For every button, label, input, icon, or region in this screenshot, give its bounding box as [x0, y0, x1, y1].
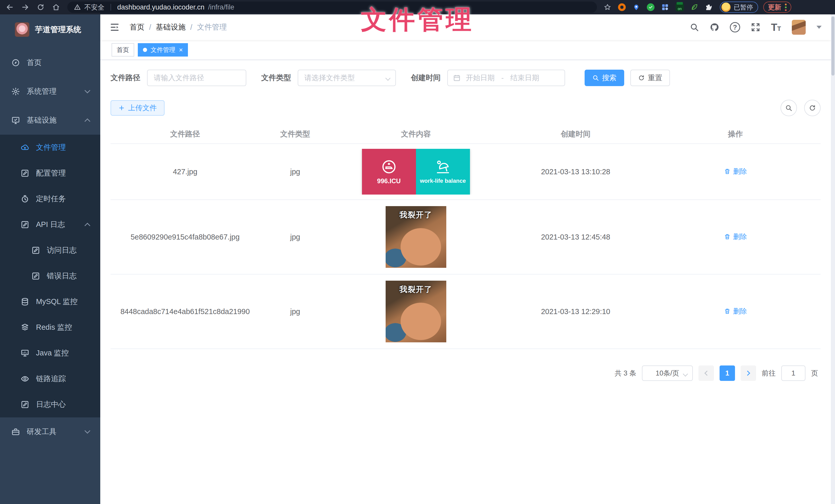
avatar-caret-down-icon[interactable] — [816, 26, 822, 29]
app-logo-row[interactable]: 芋道管理系统 — [0, 14, 100, 40]
breadcrumb-current: 文件管理 — [197, 22, 227, 33]
sidebar-item-error-logs[interactable]: 错误日志 — [0, 263, 100, 289]
top-navbar: 首页 / 基础设施 / 文件管理 ? TT — [100, 14, 831, 40]
log-icon — [21, 400, 29, 409]
refresh-table-button[interactable] — [804, 100, 821, 116]
bookmark-star-icon[interactable] — [604, 3, 611, 11]
scrollbar-thumb[interactable] — [831, 17, 834, 76]
next-page-button[interactable] — [741, 365, 756, 381]
goto-page-input[interactable] — [781, 365, 806, 381]
column-header-actions: 操作 — [650, 129, 821, 139]
sidebar-item-file-management[interactable]: 文件管理 — [0, 135, 100, 160]
sidebar-item-mysql-monitor[interactable]: MySQL 监控 — [0, 289, 100, 315]
header-search-icon[interactable] — [690, 23, 699, 32]
sidebar-item-api-logs[interactable]: API 日志 — [0, 212, 100, 237]
log-icon — [32, 272, 40, 280]
url-path: /infra/file — [208, 3, 234, 11]
prev-page-button[interactable] — [698, 365, 714, 381]
extension-switch-icon[interactable]: on — [676, 3, 684, 11]
fullscreen-icon[interactable] — [751, 23, 760, 32]
extensions-puzzle-icon[interactable] — [705, 3, 713, 11]
extension-gear-icon[interactable] — [618, 3, 626, 11]
sidebar-item-system-management[interactable]: 系统管理 — [0, 77, 100, 106]
browser-scrollbar[interactable] — [831, 14, 835, 504]
close-icon[interactable]: × — [179, 46, 183, 53]
cell-file-path: 427.jpg — [110, 168, 260, 176]
file-path-input[interactable] — [147, 70, 246, 86]
date-range-picker[interactable]: 开始日期 - 结束日期 — [447, 70, 565, 86]
breadcrumb: 首页 / 基础设施 / 文件管理 — [129, 22, 227, 33]
sidebar-item-infrastructure[interactable]: 基础设施 — [0, 106, 100, 135]
page-content: 文件路径 文件类型 创建时间 开始日期 - 结束日期 — [100, 60, 831, 381]
address-separator — [110, 4, 111, 10]
created-time-label: 创建时间 — [411, 73, 441, 83]
font-size-icon[interactable]: TT — [771, 22, 781, 33]
end-date-placeholder[interactable]: 结束日期 — [510, 73, 539, 83]
browser-forward-button[interactable] — [20, 2, 31, 13]
sidebar-item-scheduled-tasks[interactable]: 定时任务 — [0, 186, 100, 212]
extension-pin-icon[interactable] — [632, 3, 640, 11]
search-button[interactable]: 搜索 — [585, 70, 624, 86]
github-icon[interactable] — [710, 23, 719, 32]
file-preview-meme-image: 我裂开了 — [386, 281, 446, 342]
sidebar-item-dev-tools[interactable]: 研发工具 — [0, 417, 100, 446]
sidebar-item-home[interactable]: 首页 — [0, 48, 100, 77]
user-avatar[interactable] — [792, 20, 806, 35]
sidebar-item-config-management[interactable]: 配置管理 — [0, 160, 100, 186]
sidebar: 芋道管理系统 首页 系统管理 基础设施 文件管理 配置管理 — [0, 14, 100, 504]
app-title: 芋道管理系统 — [35, 24, 81, 35]
beach-umbrella-icon — [435, 159, 451, 175]
current-page-button[interactable]: 1 — [719, 365, 735, 381]
browser-profile-avatar — [721, 3, 731, 12]
gear-icon — [11, 87, 20, 96]
upload-file-button[interactable]: 上传文件 — [110, 100, 165, 115]
chevron-right-icon — [745, 371, 750, 376]
cell-file-path: 5e8609290e915c4fa8b08e67.jpg — [110, 233, 260, 241]
table-toolbar: 上传文件 — [110, 100, 821, 116]
column-header-file-type: 文件类型 — [260, 129, 331, 139]
browser-menu-dots-icon[interactable] — [785, 4, 787, 11]
browser-profile-chip[interactable]: 已暂停 — [720, 2, 758, 13]
tab-file-management[interactable]: 文件管理 × — [138, 43, 188, 57]
breadcrumb-home[interactable]: 首页 — [129, 22, 144, 33]
chevron-up-icon — [85, 119, 90, 124]
extension-leaf-icon[interactable] — [691, 3, 698, 11]
search-icon — [592, 75, 599, 81]
browser-reload-button[interactable] — [35, 2, 46, 13]
page-size-select[interactable]: 10条/页 — [642, 365, 693, 381]
extension-grid-icon[interactable] — [661, 3, 669, 11]
docs-help-icon[interactable]: ? — [730, 22, 740, 33]
page-unit-label: 页 — [811, 369, 818, 378]
sidebar-item-java-monitor[interactable]: Java 监控 — [0, 340, 100, 366]
profile-paused-label: 已暂停 — [734, 3, 753, 12]
table-row: 5e8609290e915c4fa8b08e67.jpg jpg 我裂开了 20… — [110, 200, 821, 274]
sidebar-item-trace[interactable]: 链路追踪 — [0, 366, 100, 392]
file-type-select[interactable] — [298, 70, 396, 86]
toggle-search-button[interactable] — [780, 100, 797, 116]
delete-button[interactable]: 删除 — [724, 167, 747, 176]
browser-back-button[interactable] — [4, 2, 16, 13]
extension-check-icon[interactable] — [647, 3, 654, 11]
reset-button[interactable]: 重置 — [630, 70, 670, 86]
tab-home[interactable]: 首页 — [111, 43, 134, 57]
sidebar-item-log-center[interactable]: 日志中心 — [0, 392, 100, 417]
browser-toolbar: 不安全 dashboard.yudao.iocoder.cn/infra/fil… — [0, 0, 835, 14]
breadcrumb-separator: / — [149, 23, 151, 31]
security-label: 不安全 — [84, 3, 104, 12]
sidebar-collapse-icon[interactable] — [109, 22, 120, 33]
file-preview-996-badge-image: 996.ICU work-life balance — [362, 149, 470, 194]
sidebar-item-access-logs[interactable]: 访问日志 — [0, 237, 100, 263]
refresh-icon — [638, 75, 645, 81]
delete-button[interactable]: 删除 — [724, 232, 747, 241]
browser-home-button[interactable] — [50, 2, 62, 13]
cell-file-type: jpg — [260, 233, 331, 241]
start-date-placeholder[interactable]: 开始日期 — [466, 73, 495, 83]
java-monitor-icon — [21, 349, 29, 357]
breadcrumb-infrastructure[interactable]: 基础设施 — [156, 22, 186, 33]
browser-update-button[interactable]: 更新 — [763, 2, 791, 13]
sidebar-item-redis-monitor[interactable]: Redis 监控 — [0, 315, 100, 340]
chevron-down-icon — [85, 88, 90, 93]
delete-button[interactable]: 删除 — [724, 307, 747, 316]
address-bar[interactable]: 不安全 dashboard.yudao.iocoder.cn/infra/fil… — [67, 2, 597, 13]
eye-icon — [21, 375, 29, 383]
